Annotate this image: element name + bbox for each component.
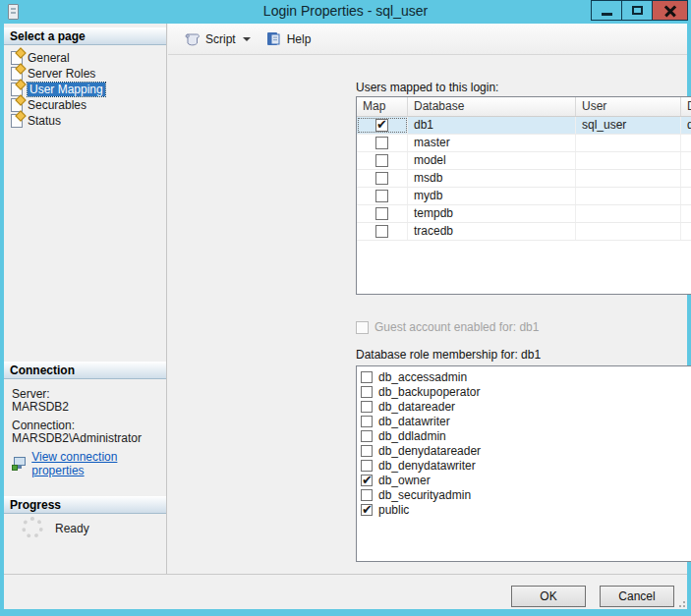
table-row-master[interactable]: master — [357, 135, 691, 152]
server-label: Server: — [12, 387, 50, 401]
guest-account-label: Guest account enabled for: db1 — [374, 320, 539, 334]
user-cell[interactable] — [576, 135, 681, 151]
table-row-db1[interactable]: db1 sql_user dbo ... — [357, 117, 691, 135]
user-cell[interactable] — [576, 188, 681, 204]
minimize-button[interactable] — [591, 0, 622, 21]
sidebar: Select a page General Server Roles User … — [4, 24, 167, 574]
database-cell[interactable]: mydb — [408, 188, 576, 204]
user-cell[interactable] — [576, 170, 681, 187]
list-item-db-denydatareader[interactable]: db_denydatareader — [361, 443, 691, 458]
column-header-database[interactable]: Database — [408, 97, 576, 116]
footer: OK Cancel — [4, 574, 687, 609]
sidebar-item-status[interactable]: Status — [8, 113, 155, 129]
map-checkbox[interactable] — [375, 137, 388, 149]
default-schema-cell[interactable] — [681, 135, 691, 151]
role-checkbox[interactable] — [361, 401, 373, 413]
map-checkbox[interactable] — [375, 119, 388, 132]
resize-grip[interactable] — [675, 597, 685, 607]
maximize-icon — [632, 6, 643, 15]
map-checkbox[interactable] — [375, 190, 388, 202]
server-value: MARSDB2 — [12, 400, 69, 414]
role-checkbox[interactable] — [361, 416, 373, 427]
list-item-db-backupoperator[interactable]: db_backupoperator — [361, 384, 691, 399]
list-item-db-denydatawriter[interactable]: db_denydatawriter — [361, 458, 691, 473]
table-row-model[interactable]: model — [357, 152, 691, 170]
sidebar-item-user-mapping[interactable]: User Mapping — [8, 82, 155, 97]
table-row-mydb[interactable]: mydb — [357, 188, 691, 205]
list-item-db-owner[interactable]: db_owner — [361, 473, 691, 487]
document-help-icon — [266, 31, 282, 46]
list-item-db-datareader[interactable]: db_datareader — [361, 399, 691, 414]
database-cell[interactable]: db1 — [408, 117, 576, 134]
database-cell[interactable]: tempdb — [408, 205, 576, 222]
role-checkbox[interactable] — [361, 445, 373, 457]
database-cell[interactable]: msdb — [408, 170, 576, 187]
connection-value: MARSDB2\Administrator — [12, 431, 142, 445]
user-cell[interactable] — [576, 152, 681, 169]
role-membership-list: db_accessadmin db_backupoperator db_data… — [356, 365, 691, 562]
users-mapped-grid: Map Database User Default Schema db1 sql… — [356, 96, 691, 295]
list-item-public[interactable]: public — [361, 502, 691, 517]
maximize-button[interactable] — [621, 0, 653, 21]
titlebar[interactable]: Login Properties - sql_user — [0, 0, 691, 24]
view-connection-properties-link[interactable]: View connection properties — [31, 450, 166, 477]
chevron-down-icon — [243, 37, 251, 41]
progress-status: Ready — [55, 522, 89, 535]
guest-account-row: Guest account enabled for: db1 — [356, 320, 539, 334]
list-item-db-securityadmin[interactable]: db_securityadmin — [361, 487, 691, 502]
role-checkbox[interactable] — [361, 460, 373, 472]
minimize-icon — [602, 13, 612, 16]
guest-account-checkbox — [356, 321, 369, 334]
main-panel: Script Help Users mapped to this login: — [168, 24, 687, 574]
role-checkbox[interactable] — [361, 371, 373, 383]
user-cell[interactable] — [576, 205, 681, 222]
list-item-db-ddladmin[interactable]: db_ddladmin — [361, 428, 691, 443]
default-schema-cell[interactable] — [681, 152, 691, 169]
help-button[interactable]: Help — [260, 28, 317, 49]
toolbar: Script Help — [168, 24, 687, 55]
role-checkbox[interactable] — [361, 475, 373, 486]
sidebar-item-general[interactable]: General — [8, 50, 155, 66]
help-label: Help — [287, 32, 312, 46]
column-header-map[interactable]: Map — [357, 97, 408, 116]
default-schema-cell[interactable]: dbo ... — [681, 117, 691, 134]
default-schema-cell[interactable] — [681, 223, 691, 240]
column-header-default-schema[interactable]: Default Schema — [681, 97, 691, 116]
role-checkbox[interactable] — [361, 386, 373, 398]
column-header-user[interactable]: User — [576, 97, 681, 116]
map-checkbox[interactable] — [375, 225, 388, 238]
grid-header: Map Database User Default Schema — [357, 97, 691, 117]
list-item-db-accessadmin[interactable]: db_accessadmin — [361, 369, 691, 384]
script-button[interactable]: Script — [178, 29, 257, 49]
database-cell[interactable]: model — [408, 152, 576, 169]
map-checkbox[interactable] — [375, 154, 388, 167]
role-checkbox[interactable] — [361, 504, 373, 516]
page-icon — [11, 114, 23, 128]
map-checkbox[interactable] — [375, 172, 388, 185]
monitor-connection-icon — [12, 457, 27, 471]
progress-header: Progress — [4, 496, 166, 514]
database-cell[interactable]: master — [408, 135, 576, 151]
user-cell[interactable]: sql_user — [576, 117, 681, 134]
table-row-tracedb[interactable]: tracedb — [357, 223, 691, 241]
sidebar-item-server-roles[interactable]: Server Roles — [8, 66, 155, 82]
role-checkbox[interactable] — [361, 430, 373, 442]
role-checkbox[interactable] — [361, 489, 373, 501]
map-checkbox[interactable] — [375, 207, 388, 220]
user-cell[interactable] — [576, 223, 681, 240]
table-row-tempdb[interactable]: tempdb — [357, 205, 691, 223]
dialog-body: Select a page General Server Roles User … — [4, 24, 687, 609]
cancel-button[interactable]: Cancel — [600, 586, 674, 607]
table-row-msdb[interactable]: msdb — [357, 170, 691, 188]
default-schema-cell[interactable] — [681, 170, 691, 187]
spinner-icon — [22, 517, 43, 538]
default-schema-cell[interactable] — [681, 205, 691, 222]
window-title: Login Properties - sql_user — [0, 3, 691, 19]
list-item-db-datawriter[interactable]: db_datawriter — [361, 414, 691, 428]
default-schema-cell[interactable] — [681, 188, 691, 204]
sidebar-item-securables[interactable]: Securables — [8, 97, 155, 113]
database-cell[interactable]: tracedb — [408, 223, 576, 240]
role-membership-label: Database role membership for: db1 — [356, 348, 541, 362]
close-button[interactable] — [652, 0, 688, 21]
ok-button[interactable]: OK — [511, 586, 586, 607]
